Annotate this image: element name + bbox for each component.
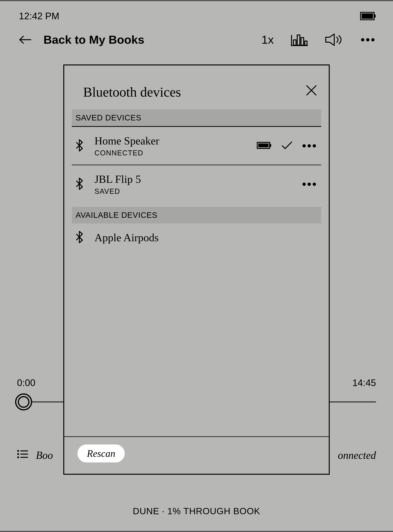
chapters-list-icon[interactable] xyxy=(17,449,28,461)
device-status: SAVED xyxy=(94,187,293,195)
page-title[interactable]: Back to My Books xyxy=(44,33,250,46)
speaker-icon[interactable] xyxy=(325,33,344,46)
device-name: JBL Flip 5 xyxy=(94,173,293,185)
bluetooth-devices-modal: Bluetooth devices SAVED DEVICES Home Spe… xyxy=(63,65,330,475)
more-menu-icon[interactable]: ••• xyxy=(361,37,376,43)
svg-marker-10 xyxy=(326,34,334,45)
battery-icon xyxy=(360,12,376,20)
elapsed-time: 0:00 xyxy=(17,377,35,388)
svg-rect-6 xyxy=(293,40,296,45)
progress-thumb[interactable] xyxy=(15,393,32,410)
svg-rect-7 xyxy=(297,35,300,45)
svg-point-15 xyxy=(17,456,19,458)
device-row[interactable]: Home Speaker CONNECTED ••• xyxy=(72,127,321,165)
device-battery-icon xyxy=(257,142,272,150)
bluetooth-icon xyxy=(74,139,85,152)
saved-devices-header: SAVED DEVICES xyxy=(72,109,321,127)
device-more-icon[interactable]: ••• xyxy=(302,181,317,187)
svg-rect-20 xyxy=(258,144,269,147)
book-progress-footer: DUNE · 1% THROUGH BOOK xyxy=(0,506,393,516)
svg-point-13 xyxy=(17,453,19,455)
close-icon[interactable] xyxy=(305,84,317,97)
svg-rect-2 xyxy=(374,15,376,18)
device-row[interactable]: Apple Airpods xyxy=(72,224,321,251)
playback-speed[interactable]: 1x xyxy=(261,33,274,46)
device-name: Apple Airpods xyxy=(94,231,317,244)
available-devices-header: AVAILABLE DEVICES xyxy=(72,207,321,224)
device-more-icon[interactable]: ••• xyxy=(302,143,317,149)
modal-title: Bluetooth devices xyxy=(83,84,305,100)
svg-rect-21 xyxy=(270,144,271,147)
device-status: CONNECTED xyxy=(94,149,247,157)
bluetooth-icon xyxy=(74,178,85,191)
svg-rect-8 xyxy=(301,38,304,45)
svg-rect-9 xyxy=(305,41,307,45)
svg-point-11 xyxy=(17,450,19,452)
device-name: Home Speaker xyxy=(94,134,247,147)
svg-rect-1 xyxy=(362,13,373,19)
remaining-time: 14:45 xyxy=(352,377,376,388)
clock: 12:42 PM xyxy=(19,10,59,22)
back-arrow-icon[interactable] xyxy=(19,35,32,45)
device-row[interactable]: JBL Flip 5 SAVED ••• xyxy=(72,165,321,207)
chapter-label-fragment: Boo xyxy=(36,449,53,461)
check-icon xyxy=(281,141,293,151)
status-label-fragment: onnected xyxy=(338,449,376,461)
equalizer-icon[interactable] xyxy=(291,33,308,46)
rescan-button[interactable]: Rescan xyxy=(78,444,125,462)
bluetooth-icon xyxy=(74,231,85,244)
